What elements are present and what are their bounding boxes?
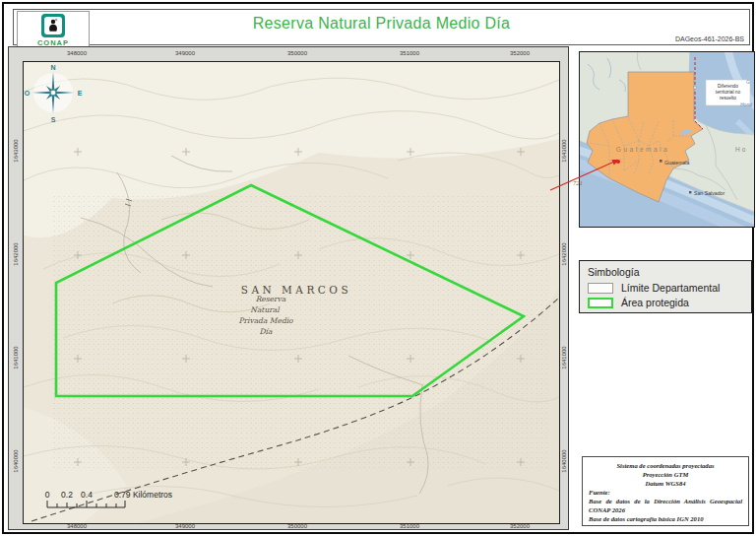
axis-label-x-top: 352000: [510, 50, 530, 56]
header: CONAP Reserva Natural Privada Medio Día …: [13, 9, 750, 45]
capital-label: Guatemala: [664, 160, 689, 166]
axis-label-y-right: 1643000: [561, 139, 567, 162]
axis-label-x-top: 350000: [287, 50, 307, 56]
legend-title: Simbología: [588, 266, 743, 278]
axis-label-y-left: 1642000: [13, 242, 19, 265]
credits-box: Sistema de coordenadas proyectadas Proye…: [582, 456, 749, 526]
axis-label-y-right: 1640000: [561, 449, 567, 472]
svg-text:Diferendo: Diferendo: [718, 84, 738, 89]
legend-item-label: Área protegida: [621, 297, 689, 308]
source-line: CONAP 2026: [589, 505, 742, 514]
compass-e-label: E: [78, 90, 83, 97]
axis-label-y-left: 1643000: [13, 139, 19, 162]
svg-text:resuelto: resuelto: [720, 96, 736, 100]
compass-o-label: O: [25, 90, 31, 97]
axis-label-x-top: 349000: [175, 50, 195, 56]
compass-s-label: S: [51, 116, 56, 123]
protected-area-swatch: [588, 298, 613, 308]
crs-line: Sistema de coordenadas proyectadas: [589, 461, 742, 470]
country-label: Guatemala: [616, 146, 669, 153]
compass-n-label: N: [50, 64, 55, 71]
svg-text:Natural: Natural: [250, 305, 280, 314]
svg-text:G: G: [746, 79, 750, 85]
departmental-limit-swatch: [588, 283, 613, 294]
legend-item-protected-area: Área protegida: [588, 297, 743, 308]
axis-label-x-top: 348000: [67, 50, 87, 56]
source-heading: Fuente:: [589, 488, 742, 497]
scale-label-02: 0.2: [61, 490, 73, 500]
san-salvador-marker: [689, 191, 691, 193]
axis-label-y-right: 1641000: [561, 346, 567, 368]
svg-text:territorial no: territorial no: [716, 90, 741, 95]
axis-label-y-left: 1640000: [13, 449, 19, 472]
svg-text:Privada Medio: Privada Medio: [238, 316, 293, 325]
axis-label-x-top: 351000: [400, 50, 419, 56]
claim-line-marker: [693, 86, 696, 89]
inset-locator-map: Diferendo territorial no resuelto Guatem…: [579, 51, 755, 228]
legend-item-label: Límite Departamental: [621, 282, 720, 294]
capital-marker: [660, 160, 662, 163]
scale-label-end: 0.79 Kilómetros: [114, 490, 172, 500]
axis-label-y-left: 1641000: [13, 346, 19, 368]
legend: Simbología Límite Departamental Área pro…: [579, 260, 752, 313]
page-title: Reserva Natural Privada Medio Día: [14, 15, 749, 33]
axis-label-y-right: 1642000: [561, 242, 567, 265]
main-map-frame: 348000 349000 350000 351000 352000 34800…: [8, 46, 569, 530]
reserve-location-dot: [616, 160, 620, 164]
projection-line: Proyección GTM: [589, 470, 742, 479]
legend-item-departmental: Límite Departamental: [588, 282, 743, 294]
inset-canvas: Diferendo territorial no resuelto Guatem…: [580, 52, 754, 227]
scale-label-0: 0: [45, 490, 50, 500]
source-line: Base de datos cartografía básica IGN 201…: [589, 514, 742, 523]
topographic-map: N E S O SAN MARCOS Reserva Natural Priva…: [23, 61, 560, 524]
scale-label-04: 0.4: [81, 490, 93, 500]
svg-text:Día: Día: [260, 327, 273, 336]
document-code: DAGeos-461-2026-BS: [675, 35, 744, 42]
svg-text:Hond: Hond: [740, 101, 752, 107]
map-canvas: N E S O SAN MARCOS Reserva Natural Priva…: [24, 62, 559, 523]
svg-text:Reserva: Reserva: [256, 295, 286, 303]
datum-line: Datum WGS84: [589, 479, 742, 488]
honduras-partial-label: Ho: [735, 146, 747, 153]
san-salvador-label: San Salvador: [694, 190, 724, 196]
source-line: Base de datos de la Dirección Análisis G…: [589, 497, 742, 505]
